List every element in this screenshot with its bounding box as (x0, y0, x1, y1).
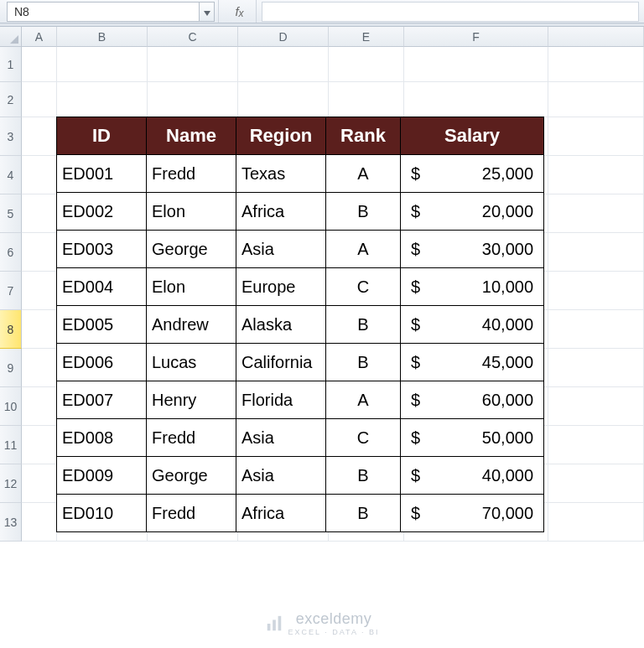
row-header[interactable]: 1 (0, 47, 22, 82)
table-cell[interactable]: B (325, 343, 401, 381)
cell[interactable] (22, 503, 57, 542)
table-cell[interactable]: Andrew (146, 305, 236, 344)
table-cell[interactable]: Fredd (146, 494, 236, 532)
table-cell[interactable]: Lucas (146, 343, 236, 381)
table-cell[interactable]: A (325, 154, 401, 193)
table-cell[interactable]: ED001 (56, 154, 147, 193)
column-header[interactable]: D (238, 27, 329, 47)
row-header[interactable]: 4 (0, 156, 22, 194)
cell[interactable] (148, 47, 238, 82)
row-header[interactable]: 2 (0, 82, 22, 117)
table-cell[interactable]: Asia (236, 418, 326, 457)
table-cell[interactable]: $20,000 (400, 192, 544, 231)
column-header[interactable]: A (22, 27, 57, 47)
name-box-dropdown[interactable] (200, 2, 215, 22)
table-cell[interactable]: George (146, 230, 236, 268)
column-header[interactable]: B (57, 27, 148, 47)
cell[interactable] (57, 47, 148, 82)
table-cell[interactable]: $45,000 (400, 343, 544, 381)
table-cell[interactable]: Africa (236, 192, 326, 231)
cell[interactable] (22, 310, 57, 349)
fx-icon[interactable]: fx (223, 0, 257, 23)
table-cell[interactable]: ED002 (56, 192, 147, 231)
cell[interactable] (548, 272, 644, 310)
row-header[interactable]: 13 (0, 503, 22, 542)
table-cell[interactable]: Henry (146, 381, 236, 419)
table-header-cell[interactable]: Region (236, 117, 326, 155)
cell[interactable] (404, 47, 548, 82)
table-cell[interactable]: $40,000 (400, 456, 544, 495)
row-header[interactable]: 12 (0, 464, 22, 503)
table-cell[interactable]: $25,000 (400, 154, 544, 193)
table-cell[interactable]: ED008 (56, 418, 147, 457)
table-cell[interactable]: Elon (146, 267, 236, 306)
table-cell[interactable]: Fredd (146, 418, 236, 457)
table-cell[interactable]: Elon (146, 192, 236, 231)
cell[interactable] (329, 47, 404, 82)
table-cell[interactable]: California (236, 343, 326, 381)
cell[interactable] (22, 387, 57, 426)
cell[interactable] (22, 82, 57, 117)
table-cell[interactable]: $10,000 (400, 267, 544, 306)
cell[interactable] (548, 156, 644, 194)
table-cell[interactable]: George (146, 456, 236, 495)
row-header[interactable]: 8 (0, 310, 22, 349)
cell[interactable] (22, 464, 57, 503)
cell[interactable] (22, 349, 57, 387)
table-cell[interactable]: Florida (236, 381, 326, 419)
cell[interactable] (148, 82, 238, 117)
table-cell[interactable]: Asia (236, 456, 326, 495)
cell[interactable] (548, 349, 644, 387)
table-cell[interactable]: ED010 (56, 494, 147, 532)
table-header-cell[interactable]: ID (56, 117, 147, 155)
table-cell[interactable]: Africa (236, 494, 326, 532)
cell[interactable] (22, 233, 57, 272)
cell[interactable] (548, 117, 644, 156)
cell[interactable] (548, 464, 644, 503)
table-cell[interactable]: Europe (236, 267, 326, 306)
formula-input[interactable] (262, 2, 639, 22)
cell[interactable] (548, 233, 644, 272)
table-cell[interactable]: $50,000 (400, 418, 544, 457)
table-cell[interactable]: $60,000 (400, 381, 544, 419)
table-cell[interactable]: B (325, 494, 401, 532)
table-cell[interactable]: $40,000 (400, 305, 544, 344)
table-cell[interactable]: Fredd (146, 154, 236, 193)
column-header[interactable]: F (404, 27, 548, 47)
table-cell[interactable]: Asia (236, 230, 326, 268)
table-header-cell[interactable]: Salary (400, 117, 544, 155)
cell[interactable] (404, 82, 548, 117)
cell[interactable] (548, 503, 644, 542)
table-cell[interactable]: Texas (236, 154, 326, 193)
column-header[interactable]: E (329, 27, 404, 47)
cell[interactable] (329, 82, 404, 117)
table-cell[interactable]: C (325, 418, 401, 457)
cell[interactable] (548, 194, 644, 233)
table-cell[interactable]: ED005 (56, 305, 147, 344)
table-cell[interactable]: B (325, 456, 401, 495)
cell[interactable] (548, 47, 644, 82)
cell[interactable] (548, 82, 644, 117)
cell[interactable] (22, 117, 57, 156)
table-cell[interactable]: B (325, 192, 401, 231)
table-cell[interactable]: ED003 (56, 230, 147, 268)
cell[interactable] (22, 194, 57, 233)
table-header-cell[interactable]: Name (146, 117, 236, 155)
table-cell[interactable]: $70,000 (400, 494, 544, 532)
row-header[interactable]: 5 (0, 194, 22, 233)
row-header[interactable]: 3 (0, 117, 22, 156)
table-cell[interactable]: A (325, 381, 401, 419)
row-header[interactable]: 10 (0, 387, 22, 426)
table-cell[interactable]: $30,000 (400, 230, 544, 268)
cell[interactable] (22, 156, 57, 194)
table-cell[interactable]: ED006 (56, 343, 147, 381)
table-header-cell[interactable]: Rank (325, 117, 401, 155)
table-cell[interactable]: ED009 (56, 456, 147, 495)
cell[interactable] (548, 387, 644, 426)
cell[interactable] (238, 82, 329, 117)
cell[interactable] (548, 310, 644, 349)
cell[interactable] (57, 82, 148, 117)
row-header[interactable]: 9 (0, 349, 22, 387)
row-header[interactable]: 11 (0, 426, 22, 464)
select-all-corner[interactable] (0, 27, 22, 47)
